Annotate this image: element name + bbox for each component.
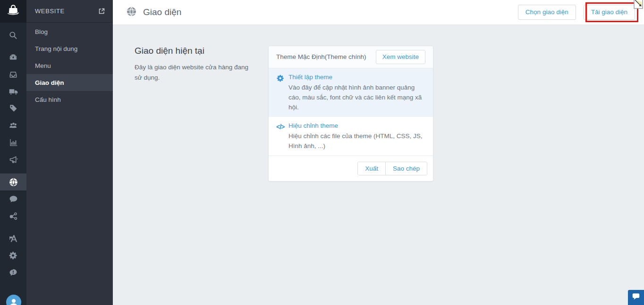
sidebar-item-settings[interactable]: [0, 247, 26, 264]
shipping-truck-icon: [8, 87, 18, 97]
search-icon: [8, 31, 18, 40]
sidebar-item-marketing[interactable]: [0, 151, 26, 168]
orders-inbox-icon: [8, 70, 18, 79]
sidebar-item-customers[interactable]: [0, 117, 26, 134]
sidebar-item-reports[interactable]: [0, 134, 26, 151]
menu-item-pages[interactable]: Trang nội dung: [26, 40, 113, 57]
submenu-items: Blog Trang nội dung Menu Giao diện Cấu h…: [26, 23, 113, 108]
page-globe-icon: [126, 6, 137, 19]
choose-theme-button[interactable]: Chọn giao diện: [518, 5, 576, 20]
current-theme-card: Theme Mặc Định(Theme chính) Xem website …: [268, 46, 433, 181]
support-chat-widget[interactable]: [628, 290, 644, 305]
chat-bubble-icon: [8, 194, 18, 204]
menu-item-menu[interactable]: Menu: [26, 57, 113, 74]
theme-edit-link[interactable]: Hiệu chỉnh theme: [288, 122, 425, 129]
export-button[interactable]: Xuất: [358, 162, 385, 175]
sidebar-item-dashboard[interactable]: [0, 49, 26, 66]
sidebar-item-search[interactable]: [0, 27, 26, 44]
submenu-header: WEBSITE: [26, 0, 113, 23]
menu-item-themes[interactable]: Giao diện: [26, 74, 113, 91]
theme-edit-row[interactable]: </> Hiệu chỉnh theme Hiệu chỉnh các file…: [269, 117, 433, 156]
sidebar-item-shipping[interactable]: [0, 83, 26, 100]
icon-sidebar: [0, 0, 26, 305]
website-globe-icon: [8, 177, 18, 187]
theme-card-footer: Xuất Sao chép: [269, 156, 433, 181]
page-header: Giao diện Chọn giao diện Tải giao diện: [113, 0, 644, 25]
products-tag-icon: [8, 104, 18, 113]
sidebar-item-orders[interactable]: [0, 66, 26, 83]
upload-theme-button[interactable]: Tải giao diện: [584, 5, 635, 20]
external-link-icon[interactable]: [98, 8, 105, 15]
marketing-megaphone-icon: [8, 155, 18, 165]
settings-gear-icon: [8, 251, 18, 260]
user-avatar[interactable]: [6, 295, 21, 305]
apps-icon: [8, 233, 18, 244]
theme-edit-description: Hiệu chỉnh các file của theme (HTML, CSS…: [288, 131, 425, 151]
sidebar-item-products[interactable]: [0, 100, 26, 117]
view-website-button[interactable]: Xem website: [376, 50, 425, 64]
website-submenu: WEBSITE Blog Trang nội dung Menu Giao di…: [26, 0, 113, 305]
theme-name: Theme Mặc Định(Theme chính): [276, 53, 366, 60]
main-area: Giao diện Chọn giao diện Tải giao diện G…: [113, 0, 644, 305]
theme-settings-row[interactable]: Thiết lập theme Vào đây để cập nhật hình…: [269, 68, 433, 117]
section-intro: Giao diện hiện tại Đây là giao diện webs…: [135, 46, 268, 83]
customers-users-icon: [8, 121, 18, 131]
copy-button[interactable]: Sao chép: [385, 162, 427, 175]
theme-settings-link[interactable]: Thiết lập theme: [288, 74, 425, 81]
theme-card-header: Theme Mặc Định(Theme chính) Xem website: [269, 46, 433, 68]
sidebar-item-feedback[interactable]: [0, 264, 26, 281]
logo-icon: [6, 3, 20, 19]
content-area: Giao diện hiện tại Đây là giao diện webs…: [113, 25, 644, 305]
page-title: Giao diện: [143, 7, 181, 17]
sidebar-item-website[interactable]: [0, 173, 26, 190]
reports-chart-icon: [8, 138, 18, 147]
sidebar-item-social[interactable]: [0, 207, 26, 224]
sidebar-item-chat[interactable]: [0, 190, 26, 207]
menu-item-blog[interactable]: Blog: [26, 23, 113, 40]
dashboard-icon: [8, 53, 18, 62]
code-icon: </>: [276, 122, 288, 151]
chat-bubble-icon: [632, 293, 640, 302]
submenu-title: WEBSITE: [35, 8, 65, 15]
app-logo[interactable]: [0, 0, 26, 23]
theme-settings-description: Vào đây để cập nhật hình ảnh banner quản…: [288, 82, 425, 112]
menu-item-config[interactable]: Cấu hình: [26, 91, 113, 108]
gear-icon: [276, 74, 288, 112]
social-share-icon: [8, 211, 18, 221]
section-title: Giao diện hiện tại: [135, 46, 268, 56]
sidebar-item-apps[interactable]: [0, 230, 26, 247]
theme-actions-group: Xuất Sao chép: [357, 162, 427, 176]
feedback-alert-icon: [8, 268, 18, 277]
section-description: Đây là giao diện website cửa hàng đang s…: [135, 62, 253, 83]
